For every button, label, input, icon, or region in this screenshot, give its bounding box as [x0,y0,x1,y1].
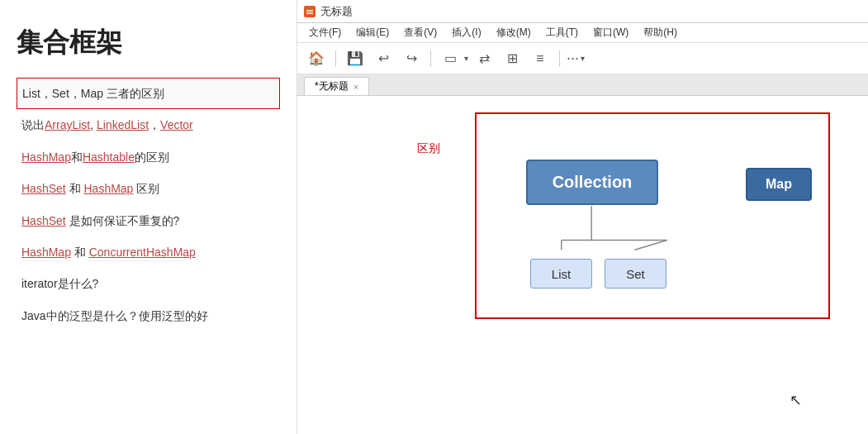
dropdown-1[interactable]: ▭ ▾ [438,47,468,70]
menu-item-text-6: HashMap 和 ConcurrentHashMap [21,246,196,259]
menu-view[interactable]: 查看(V) [397,24,443,41]
menu-item-6[interactable]: HashMap 和 ConcurrentHashMap [17,236,280,268]
box-collection: Collection [526,160,658,205]
toolbar: 🏠 💾 ↩ ↪ ▭ ▾ ⇄ ⊞ ≡ ··· ▾ [297,43,868,74]
box-map: Map [746,168,812,201]
link-hashtable[interactable]: Hashtable [83,150,135,164]
window-title: 无标题 [320,4,353,19]
map-label: Map [766,177,792,192]
tab-untitled[interactable]: *无标题 × [304,77,369,95]
menu-item-text-8: Java中的泛型是什么？使用泛型的好 [21,309,208,322]
menu-item-4[interactable]: HashSet 和 HashMap 区别 [17,173,280,204]
menu-item-2[interactable]: 说出ArrayList, LinkedList，Vector [17,109,280,141]
dropdown-arrow-1: ▾ [464,54,468,63]
separator-1 [335,50,336,67]
link-hashset-4[interactable]: HashSet [21,182,66,195]
menu-item-text-2: 说出ArrayList, LinkedList，Vector [21,118,193,131]
link-linkedlist[interactable]: LinkedList [97,118,149,131]
list-label: List [552,267,571,281]
label-qu: 区别 [417,141,440,156]
menu-item-text-5: HashSet 是如何保证不重复的? [21,214,179,227]
tab-bar: *无标题 × [297,74,868,96]
separator-3 [559,50,560,67]
menu-window[interactable]: 窗口(W) [586,24,635,41]
menu-item-text-4: HashSet 和 HashMap 区别 [21,182,159,195]
svg-rect-2 [306,13,313,14]
svg-rect-0 [306,10,313,11]
link-hashmap-6[interactable]: HashMap [21,246,71,259]
btn-display[interactable]: ▭ [438,47,462,70]
menu-edit[interactable]: 编辑(E) [349,24,396,41]
link-hashmap-4[interactable]: HashMap [83,182,133,195]
menu-item-text-1: List，Set，Map 三者的区别 [22,87,164,100]
link-hashmap-3[interactable]: HashMap [21,150,71,164]
diagram-container: Collection Map List Set [475,112,830,319]
svg-rect-1 [306,12,313,12]
menu-item-7[interactable]: iterator是什么? [17,268,280,299]
set-label: Set [626,267,645,281]
diagram-inner: Collection Map List Set [477,114,828,317]
collection-label: Collection [553,173,633,192]
separator-2 [430,50,431,67]
box-list: List [530,259,592,289]
menu-item-8[interactable]: Java中的泛型是什么？使用泛型的好 [17,300,280,331]
app-icon-svg [306,7,314,16]
btn-undo[interactable]: ↩ [371,47,396,70]
menu-item-5[interactable]: HashSet 是如何保证不重复的? [17,205,280,236]
menu-item-3[interactable]: HashMap和Hashtable的区别 [17,141,280,173]
page-heading: 集合框架 [17,25,280,61]
svg-line-6 [634,241,666,250]
dropdown-2[interactable]: ··· ▾ [567,50,585,67]
menu-item-text-3: HashMap和Hashtable的区别 [21,150,169,164]
menu-list: List，Set，Map 三者的区别 说出ArrayList, LinkedLi… [17,78,280,331]
btn-redo[interactable]: ↪ [399,47,424,70]
btn-home[interactable]: 🏠 [304,47,329,70]
menu-item-1[interactable]: List，Set，Map 三者的区别 [17,78,280,109]
link-arraylist[interactable]: ArrayList [45,118,90,131]
btn-save[interactable]: 💾 [343,47,368,70]
tab-label: *无标题 [315,79,349,93]
menu-item-text-7: iterator是什么? [21,277,98,290]
link-concurrenthashmap[interactable]: ConcurrentHashMap [89,246,196,259]
box-set: Set [605,259,666,289]
right-panel: 无标题 文件(F) 编辑(E) 查看(V) 插入(I) 修改(M) 工具(T) … [297,0,868,434]
menu-bar: 文件(F) 编辑(E) 查看(V) 插入(I) 修改(M) 工具(T) 窗口(W… [297,23,868,43]
link-hashset-5[interactable]: HashSet [21,214,66,227]
dropdown-arrow-2: ▾ [581,54,585,63]
content-area: 区别 Collection [297,96,868,434]
btn-list-view[interactable]: ≡ [528,47,553,70]
more-icon: ··· [567,50,579,67]
menu-insert[interactable]: 插入(I) [445,24,487,41]
menu-modify[interactable]: 修改(M) [490,24,538,41]
tab-close-btn[interactable]: × [353,82,358,92]
menu-file[interactable]: 文件(F) [302,24,348,41]
link-vector[interactable]: Vector [160,118,193,131]
btn-swap[interactable]: ⇄ [472,47,496,70]
title-bar: 无标题 [297,0,868,23]
btn-grid[interactable]: ⊞ [500,47,524,70]
menu-help[interactable]: 帮助(H) [637,24,684,41]
cursor-indicator: ↖ [790,391,802,409]
menu-tools[interactable]: 工具(T) [539,24,585,41]
app-icon [304,6,315,17]
left-panel: 集合框架 List，Set，Map 三者的区别 说出ArrayList, Lin… [0,0,297,434]
